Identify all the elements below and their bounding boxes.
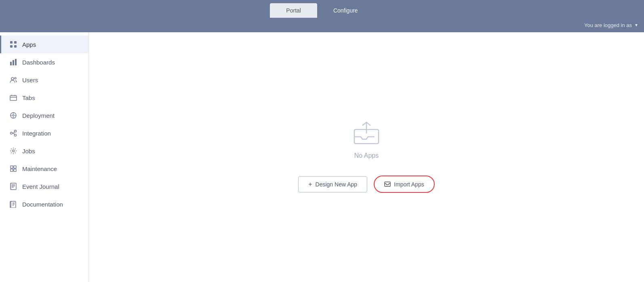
svg-rect-19 (14, 169, 16, 171)
sidebar-item-deployment[interactable]: Deployment (0, 107, 88, 124)
sidebar: Apps Dashboards Users (0, 32, 89, 282)
sidebar-item-event-journal[interactable]: Event Journal (0, 178, 88, 195)
svg-point-7 (11, 77, 14, 80)
book-icon (9, 200, 17, 208)
integration-icon (9, 129, 17, 137)
sidebar-deployment-label: Deployment (22, 112, 55, 119)
empty-state: No Apps (352, 121, 381, 159)
svg-rect-0 (10, 41, 13, 44)
maintenance-icon (9, 165, 17, 173)
svg-rect-1 (14, 41, 17, 44)
design-btn-label: Design New App (316, 181, 358, 188)
sidebar-users-label: Users (22, 77, 38, 84)
sidebar-item-users[interactable]: Users (0, 71, 88, 89)
svg-rect-6 (15, 59, 17, 65)
svg-point-11 (13, 115, 14, 116)
import-apps-button[interactable]: Import Apps (374, 175, 435, 193)
sidebar-integration-label: Integration (22, 130, 51, 137)
svg-point-15 (13, 150, 15, 152)
design-new-app-button[interactable]: + Design New App (298, 176, 367, 192)
logged-in-label: You are logged in as (584, 22, 632, 28)
sidebar-item-tabs[interactable]: Tabs (0, 89, 88, 107)
sidebar-item-apps[interactable]: Apps (0, 36, 88, 53)
sidebar-jobs-label: Jobs (22, 148, 35, 155)
svg-rect-5 (13, 60, 14, 65)
users-icon (9, 76, 17, 84)
plus-icon: + (308, 181, 312, 188)
import-icon (384, 180, 391, 188)
sidebar-documentation-label: Documentation (22, 201, 63, 208)
svg-point-8 (15, 77, 16, 79)
sidebar-item-integration[interactable]: Integration (0, 124, 88, 142)
tab-portal[interactable]: Portal (270, 3, 317, 18)
journal-icon (9, 182, 17, 190)
svg-rect-3 (14, 45, 17, 48)
sidebar-item-jobs[interactable]: Jobs (0, 142, 88, 160)
no-apps-icon (352, 121, 381, 146)
sidebar-item-dashboards[interactable]: Dashboards (0, 53, 88, 71)
svg-rect-9 (10, 96, 17, 100)
svg-rect-17 (14, 166, 16, 168)
sidebar-item-documentation[interactable]: Documentation (0, 195, 88, 213)
svg-rect-18 (11, 169, 13, 171)
import-btn-label: Import Apps (394, 181, 424, 188)
no-apps-label: No Apps (354, 152, 379, 159)
user-bar: You are logged in as ▾ (0, 18, 644, 32)
top-tab-bar: Portal Configure (0, 0, 644, 18)
svg-rect-21 (11, 183, 12, 190)
tabs-icon (9, 94, 17, 102)
main-content: No Apps + Design New App Import Apps (89, 32, 644, 282)
main-layout: Apps Dashboards Users (0, 32, 644, 282)
user-dropdown-icon[interactable]: ▾ (635, 22, 638, 28)
svg-rect-16 (11, 166, 13, 168)
sidebar-event-journal-label: Event Journal (22, 183, 59, 190)
grid-icon (9, 40, 17, 48)
svg-rect-23 (385, 182, 390, 186)
sidebar-apps-label: Apps (22, 41, 36, 48)
sidebar-dashboards-label: Dashboards (22, 59, 55, 66)
svg-rect-2 (10, 45, 13, 48)
sidebar-item-maintenance[interactable]: Maintenance (0, 160, 88, 178)
deployment-icon (9, 111, 17, 119)
sidebar-maintenance-label: Maintenance (22, 165, 57, 172)
tab-configure[interactable]: Configure (317, 3, 374, 18)
svg-point-12 (11, 132, 13, 134)
sidebar-tabs-label: Tabs (22, 94, 35, 101)
action-buttons: + Design New App Import Apps (298, 175, 435, 193)
svg-rect-4 (10, 62, 12, 65)
bar-chart-icon (9, 58, 17, 66)
gear-icon (9, 147, 17, 155)
